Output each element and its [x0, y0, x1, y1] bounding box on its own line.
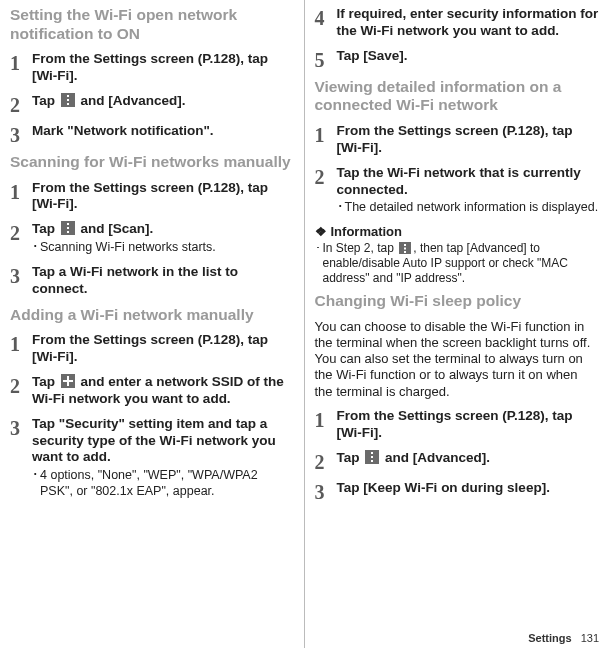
step: 1 From the Settings screen (P.128), tap …: [10, 51, 294, 85]
section-title: Scanning for Wi-Fi networks manually: [10, 153, 294, 172]
overflow-menu-icon: [399, 242, 411, 254]
step-sub-text: The detailed network information is disp…: [345, 200, 599, 216]
step-text-pre: Tap: [32, 374, 59, 389]
bullet-icon: ･: [337, 200, 345, 216]
bullet-icon: ･: [32, 240, 40, 256]
step-number: 2: [10, 221, 32, 256]
step-label: Tap "Security" setting item and tap a se…: [32, 416, 294, 467]
step: 3 Tap "Security" setting item and tap a …: [10, 416, 294, 500]
step: 2 Tap the Wi-Fi network that is currentl…: [315, 165, 600, 216]
footer-page-number: 131: [581, 632, 599, 644]
step-text-post: and [Scan].: [77, 221, 154, 236]
step-number: 4: [315, 6, 337, 40]
step-number: 3: [10, 416, 32, 500]
step: 2 Tap and [Advanced].: [10, 93, 294, 115]
step: 3 Tap a Wi-Fi network in the list to con…: [10, 264, 294, 298]
step-sub: ･ Scanning Wi-Fi networks starts.: [32, 240, 294, 256]
step-label: Mark "Network notification".: [32, 123, 294, 140]
step-label: From the Settings screen (P.128), tap [W…: [32, 332, 294, 366]
step-label: Tap a Wi-Fi network in the list to conne…: [32, 264, 294, 298]
step: 2 Tap and [Advanced].: [315, 450, 600, 472]
step-label: Tap and [Advanced].: [32, 93, 294, 110]
page-footer: Settings 131: [528, 632, 599, 644]
step-sub: ･ The detailed network information is di…: [337, 200, 600, 216]
step-number: 2: [315, 450, 337, 472]
step-text-pre: Tap: [337, 450, 364, 465]
step-text-pre: Tap: [32, 93, 59, 108]
step-sub-text: 4 options, "None", "WEP", "WPA/WPA2 PSK"…: [40, 468, 294, 499]
step-number: 3: [10, 123, 32, 145]
overflow-menu-icon: [61, 93, 75, 107]
step-text-post: and [Advanced].: [77, 93, 186, 108]
step-number: 1: [10, 180, 32, 214]
step-number: 1: [10, 51, 32, 85]
step: 1 From the Settings screen (P.128), tap …: [315, 123, 600, 157]
right-column: 4 If required, enter security informatio…: [305, 0, 610, 648]
step-label: Tap [Keep Wi-Fi on during sleep].: [337, 480, 600, 497]
information-item: ･ In Step 2, tap , then tap [Advanced] t…: [315, 241, 600, 286]
step: 4 If required, enter security informatio…: [315, 6, 600, 40]
step-sub-text: Scanning Wi-Fi networks starts.: [40, 240, 216, 256]
section-title: Adding a Wi-Fi network manually: [10, 306, 294, 325]
step: 3 Mark "Network notification".: [10, 123, 294, 145]
step-label: From the Settings screen (P.128), tap [W…: [32, 180, 294, 214]
step-text-post: and [Advanced].: [381, 450, 490, 465]
step-sub: ･ 4 options, "None", "WEP", "WPA/WPA2 PS…: [32, 468, 294, 499]
step: 1 From the Settings screen (P.128), tap …: [10, 180, 294, 214]
step: 1 From the Settings screen (P.128), tap …: [315, 408, 600, 442]
step-label: Tap the Wi-Fi network that is currently …: [337, 165, 600, 199]
step-label: Tap and [Advanced].: [337, 450, 600, 467]
step-label: If required, enter security information …: [337, 6, 600, 40]
overflow-menu-icon: [61, 221, 75, 235]
step: 1 From the Settings screen (P.128), tap …: [10, 332, 294, 366]
step: 2 Tap and enter a network SSID of the Wi…: [10, 374, 294, 408]
bullet-icon: ･: [315, 241, 323, 286]
step-number: 2: [10, 374, 32, 408]
plus-icon: [61, 374, 75, 388]
left-column: Setting the Wi-Fi open network notificat…: [0, 0, 305, 648]
step-label: Tap and [Scan].: [32, 221, 294, 238]
page: Setting the Wi-Fi open network notificat…: [0, 0, 609, 648]
step-label: Tap and enter a network SSID of the Wi-F…: [32, 374, 294, 408]
step-number: 1: [10, 332, 32, 366]
step-number: 1: [315, 408, 337, 442]
step-number: 1: [315, 123, 337, 157]
bullet-icon: ･: [32, 468, 40, 499]
section-intro: You can choose to disable the Wi-Fi func…: [315, 319, 600, 400]
info-text-pre: In Step 2, tap: [323, 241, 398, 255]
overflow-menu-icon: [365, 450, 379, 464]
section-title: Viewing detailed information on a connec…: [315, 78, 600, 115]
step-text-pre: Tap: [32, 221, 59, 236]
section-title: Setting the Wi-Fi open network notificat…: [10, 6, 294, 43]
step-number: 3: [315, 480, 337, 502]
step-label: From the Settings screen (P.128), tap [W…: [337, 408, 600, 442]
step: 5 Tap [Save].: [315, 48, 600, 70]
step-number: 2: [10, 93, 32, 115]
step: 3 Tap [Keep Wi-Fi on during sleep].: [315, 480, 600, 502]
step-label: Tap [Save].: [337, 48, 600, 65]
step: 2 Tap and [Scan]. ･ Scanning Wi-Fi netwo…: [10, 221, 294, 256]
footer-section-label: Settings: [528, 632, 571, 644]
information-heading: Information: [315, 224, 600, 239]
step-number: 5: [315, 48, 337, 70]
step-number: 2: [315, 165, 337, 216]
step-label: From the Settings screen (P.128), tap [W…: [337, 123, 600, 157]
section-title: Changing Wi-Fi sleep policy: [315, 292, 600, 311]
step-label: From the Settings screen (P.128), tap [W…: [32, 51, 294, 85]
step-number: 3: [10, 264, 32, 298]
